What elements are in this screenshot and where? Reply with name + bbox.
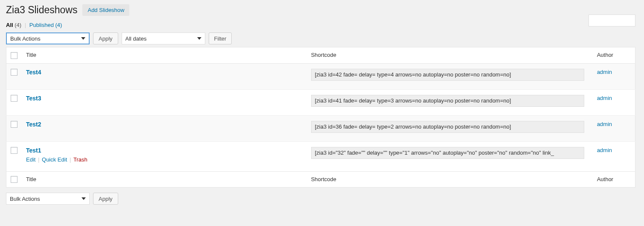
select-all-bottom[interactable] [11,176,17,183]
row-title-link[interactable]: Test2 [26,121,41,128]
filter-all-count: (4) [15,22,21,28]
shortcode-input[interactable] [311,121,584,133]
column-shortcode-header: Shortcode [307,47,593,64]
shortcode-input[interactable] [311,69,584,81]
row-checkbox[interactable] [11,69,17,76]
separator: | [67,156,73,163]
add-slideshow-button[interactable]: Add Slideshow [82,4,129,16]
row-title-link[interactable]: Test1 [26,147,41,154]
author-link[interactable]: admin [597,147,612,153]
filter-published-label: Published [29,22,54,28]
shortcode-input[interactable] [311,95,584,107]
row-checkbox[interactable] [11,147,17,154]
filter-links: All (4) | Published (4) [6,22,635,28]
table-row: Test2admin [6,115,635,141]
filter-published-count: (4) [55,22,62,28]
apply-button-top[interactable]: Apply [93,32,118,44]
date-filter-select[interactable]: All dates [122,32,205,44]
row-checkbox[interactable] [11,95,17,102]
column-author-header[interactable]: Author [593,47,635,64]
bulk-actions-select-top[interactable]: Bulk Actions [6,32,90,44]
filter-all[interactable]: All (4) [6,22,23,28]
shortcode-input[interactable] [311,147,584,159]
filter-all-label: All [6,22,13,28]
table-row: Test4admin [6,63,635,89]
row-title-link[interactable]: Test4 [26,69,41,76]
separator: | [35,156,42,163]
column-title-header[interactable]: Title [22,47,307,64]
quick-edit-action[interactable]: Quick Edit [42,156,67,163]
table-row: Test1Edit | Quick Edit | Trashadmin [6,141,635,171]
edit-action[interactable]: Edit [26,156,35,163]
author-link[interactable]: admin [597,121,612,127]
author-link[interactable]: admin [597,69,612,75]
row-checkbox[interactable] [11,121,17,128]
trash-action[interactable]: Trash [73,156,87,163]
column-shortcode-footer: Shortcode [307,171,593,188]
select-all-top[interactable] [11,52,17,59]
page-title: Zia3 Slideshows [6,4,77,16]
row-actions: Edit | Quick Edit | Trash [26,156,303,163]
row-title-link[interactable]: Test3 [26,95,41,102]
bulk-actions-select-bottom[interactable]: Bulk Actions [6,193,90,205]
search-input[interactable] [589,15,635,26]
filter-published[interactable]: Published (4) [29,22,62,28]
author-link[interactable]: admin [597,95,612,101]
table-row: Test3admin [6,89,635,115]
column-author-footer[interactable]: Author [593,171,635,188]
apply-button-bottom[interactable]: Apply [93,193,118,205]
separator: | [23,22,28,28]
slideshow-table: Title Shortcode Author Test4adminTest3ad… [6,47,635,188]
column-title-footer[interactable]: Title [22,171,307,188]
filter-button[interactable]: Filter [209,32,232,44]
